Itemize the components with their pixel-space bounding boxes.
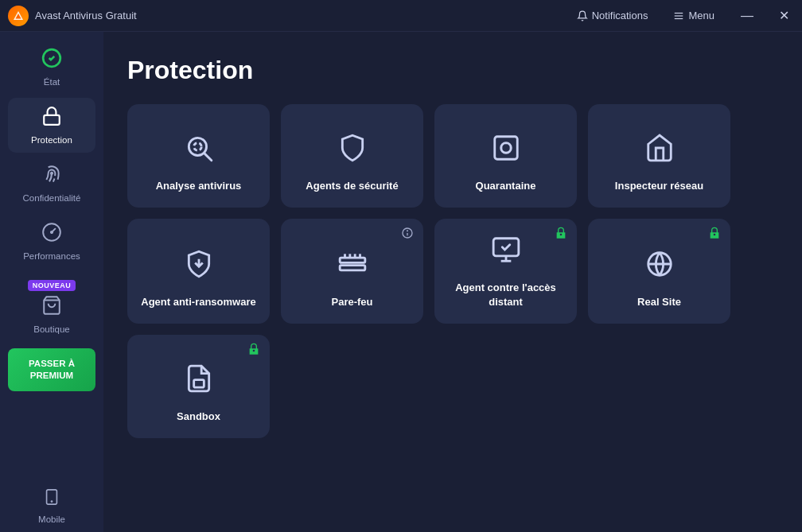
shield-icon: [337, 133, 368, 169]
sidebar-item-etat[interactable]: État: [8, 40, 95, 95]
main-layout: État Protection Confidentialité: [0, 32, 802, 532]
page-title: Protection: [127, 56, 730, 85]
lock-badge: [708, 227, 721, 243]
menu-button[interactable]: Menu: [662, 0, 726, 32]
card-label: Analyse antivirus: [156, 179, 242, 193]
card-agent-acces-distant[interactable]: Agent contre l'accès distant: [434, 219, 577, 324]
info-badge: [401, 227, 414, 243]
sidebar-item-mobile[interactable]: Mobile: [8, 480, 95, 532]
protection-grid: Analyse antivirus Agents de sécurité Qua…: [127, 104, 730, 438]
shield-download-icon: [184, 249, 214, 285]
firewall-icon: [337, 249, 368, 285]
gauge-icon: [41, 222, 62, 247]
close-button[interactable]: ✕: [765, 0, 802, 32]
app-title: Avast Antivirus Gratuit: [35, 10, 137, 21]
mobile-icon: [43, 488, 60, 511]
svg-rect-18: [340, 258, 365, 262]
svg-point-5: [51, 173, 53, 174]
search-magnifier-icon: [184, 133, 214, 169]
card-label: Agent contre l'accès distant: [446, 281, 566, 309]
card-sandbox[interactable]: Sandbox: [127, 335, 270, 438]
sidebar-item-performances-label: Performances: [23, 251, 80, 261]
check-circle-icon: [41, 48, 62, 73]
svg-point-14: [500, 142, 511, 153]
card-real-site[interactable]: Real Site: [588, 219, 730, 324]
house-network-icon: [644, 133, 675, 169]
card-quarantaine[interactable]: Quarantaine: [434, 104, 577, 208]
globe-icon: [644, 249, 675, 285]
cart-icon: [41, 295, 62, 320]
sidebar-item-confidentialite-label: Confidentialité: [23, 193, 81, 203]
sidebar-item-boutique-label: Boutique: [33, 324, 69, 334]
content-area: Protection Analyse antivirus Agents de s…: [103, 32, 754, 532]
upgrade-button[interactable]: PASSER ÀPREMIUM: [8, 348, 95, 391]
card-agent-anti-ransomware[interactable]: Agent anti-ransomware: [127, 219, 270, 324]
card-label: Sandbox: [177, 410, 220, 424]
quarantine-box-icon: [491, 133, 521, 169]
card-pare-feu[interactable]: Pare-feu: [281, 219, 423, 324]
remote-access-icon: [491, 235, 521, 271]
window-controls: — ✕: [729, 0, 802, 32]
card-inspecteur-reseau[interactable]: Inspecteur réseau: [588, 104, 730, 208]
minimize-button[interactable]: —: [729, 0, 765, 32]
sidebar: État Protection Confidentialité: [0, 32, 103, 532]
lock-icon: [41, 106, 62, 131]
sidebar-item-confidentialite[interactable]: Confidentialité: [8, 156, 95, 211]
sidebar-item-protection-label: Protection: [31, 135, 72, 145]
card-label: Inspecteur réseau: [615, 179, 703, 193]
sidebar-item-etat-label: État: [44, 77, 60, 87]
avast-logo: [8, 6, 29, 26]
card-label: Agent anti-ransomware: [141, 295, 255, 309]
notifications-button[interactable]: Notifications: [566, 0, 660, 32]
card-analyse-antivirus[interactable]: Analyse antivirus: [127, 104, 270, 208]
svg-rect-13: [494, 137, 517, 160]
card-agents-securite[interactable]: Agents de sécurité: [281, 104, 423, 208]
sidebar-item-boutique[interactable]: NOUVEAU Boutique: [8, 272, 95, 342]
card-label: Quarantaine: [476, 179, 536, 193]
lock-badge: [247, 343, 260, 359]
titlebar: Avast Antivirus Gratuit Notifications Me…: [0, 0, 802, 32]
lock-badge: [555, 227, 567, 243]
svg-point-6: [51, 231, 53, 233]
svg-rect-28: [193, 380, 204, 388]
svg-line-11: [204, 153, 212, 161]
sidebar-item-performances[interactable]: Performances: [8, 214, 95, 269]
card-label: Pare-feu: [331, 295, 372, 309]
svg-rect-4: [44, 115, 60, 125]
fingerprint-icon: [41, 164, 62, 189]
card-label: Real Site: [637, 295, 681, 309]
sandbox-doc-icon: [184, 363, 214, 400]
svg-point-12: [193, 142, 201, 150]
sidebar-item-mobile-label: Mobile: [38, 515, 65, 524]
svg-rect-19: [340, 266, 365, 270]
titlebar-left: Avast Antivirus Gratuit: [8, 6, 137, 26]
nouveau-badge: NOUVEAU: [28, 280, 76, 291]
titlebar-right: Notifications Menu — ✕: [566, 0, 802, 32]
sidebar-item-protection[interactable]: Protection: [8, 98, 95, 153]
card-label: Agents de sécurité: [306, 179, 398, 193]
right-panel: [754, 32, 802, 532]
